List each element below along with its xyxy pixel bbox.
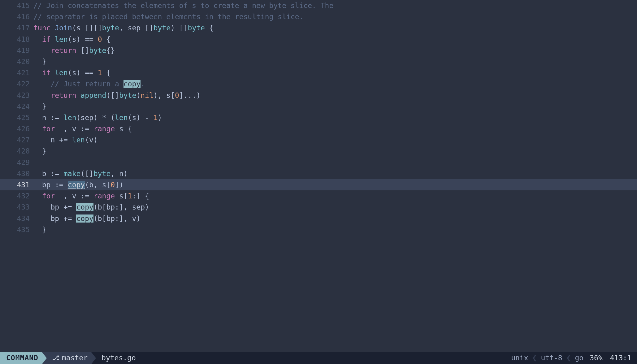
code-content[interactable]: bp += copy(b[bp:], v) <box>33 213 637 224</box>
line-number: 423 <box>0 90 33 101</box>
code-line[interactable]: 422 // Just return a copy. <box>0 78 637 89</box>
fileformat-label: unix <box>509 352 531 363</box>
code-line[interactable]: 423 return append([]byte(nil), s[0]...) <box>0 90 637 101</box>
search-highlight: copy <box>68 181 85 189</box>
line-number: 419 <box>0 45 33 56</box>
code-line[interactable]: 416// separator is placed between elemen… <box>0 11 637 22</box>
code-content[interactable]: bp := copy(b, s[0]) <box>33 179 637 190</box>
line-number: 432 <box>0 190 33 202</box>
line-number: 422 <box>0 78 33 89</box>
mode-label: COMMAND <box>6 352 38 363</box>
code-content[interactable]: return append([]byte(nil), s[0]...) <box>33 90 637 101</box>
line-number: 417 <box>0 22 33 33</box>
line-number: 434 <box>0 213 33 224</box>
filename-label: bytes.go <box>102 352 136 363</box>
code-line[interactable]: 429 <box>0 157 637 168</box>
filetype-label: go <box>573 352 586 363</box>
branch-name: master <box>62 352 88 363</box>
separator-icon <box>42 352 47 364</box>
filename-segment: bytes.go <box>96 352 140 364</box>
status-line: COMMAND ⎇ master bytes.go unix ❮ utf-8 ❮… <box>0 352 637 364</box>
line-number: 433 <box>0 202 33 213</box>
encoding-label: utf-8 <box>538 352 565 363</box>
line-number: 427 <box>0 134 33 145</box>
code-line[interactable]: 419 return []byte{} <box>0 45 637 56</box>
code-line[interactable]: 434 bp += copy(b[bp:], v) <box>0 213 637 224</box>
code-line[interactable]: 428 } <box>0 145 637 157</box>
code-line[interactable]: 421 if len(s) == 1 { <box>0 67 637 78</box>
percent-label: 36% <box>586 352 606 363</box>
line-number: 415 <box>0 0 33 11</box>
line-number: 429 <box>0 157 33 168</box>
code-line[interactable]: 432 for _, v := range s[1:] { <box>0 190 637 202</box>
code-line[interactable]: 431 bp := copy(b, s[0]) <box>0 179 637 190</box>
code-content[interactable]: } <box>33 56 637 67</box>
search-highlight: copy <box>76 214 93 223</box>
code-content[interactable]: if len(s) == 1 { <box>33 67 637 78</box>
line-number: 430 <box>0 168 33 179</box>
code-content[interactable]: } <box>33 224 637 235</box>
code-content[interactable]: b := make([]byte, n) <box>33 168 637 179</box>
line-number: 435 <box>0 224 33 235</box>
code-line[interactable]: 426 for _, v := range s { <box>0 123 637 134</box>
code-content[interactable]: if len(s) == 0 { <box>33 34 637 45</box>
code-line[interactable]: 424 } <box>0 101 637 112</box>
code-line[interactable]: 415// Join concatenates the elements of … <box>0 0 637 11</box>
code-content[interactable]: // Join concatenates the elements of s t… <box>33 0 637 11</box>
code-line[interactable]: 433 bp += copy(b[bp:], sep) <box>0 202 637 213</box>
code-line[interactable]: 435 } <box>0 224 637 235</box>
code-line[interactable]: 430 b := make([]byte, n) <box>0 168 637 179</box>
mode-segment: COMMAND <box>0 352 42 364</box>
line-number: 426 <box>0 123 33 134</box>
code-line[interactable]: 425 n := len(sep) * (len(s) - 1) <box>0 112 637 123</box>
code-line[interactable]: 418 if len(s) == 0 { <box>0 34 637 45</box>
line-number: 420 <box>0 56 33 67</box>
search-highlight: copy <box>124 80 141 88</box>
line-number: 431 <box>0 179 33 190</box>
branch-segment: ⎇ master <box>47 352 91 364</box>
code-content[interactable]: n += len(v) <box>33 134 637 145</box>
branch-icon: ⎇ <box>52 352 62 363</box>
code-content[interactable]: // separator is placed between elements … <box>33 11 637 22</box>
line-number: 418 <box>0 34 33 45</box>
code-content[interactable]: func Join(s [][]byte, sep []byte) []byte… <box>33 22 637 33</box>
separator-icon: ❮ <box>565 352 573 363</box>
position-label: 413:1 <box>606 352 637 363</box>
code-line[interactable]: 417func Join(s [][]byte, sep []byte) []b… <box>0 22 637 33</box>
code-content[interactable]: return []byte{} <box>33 45 637 56</box>
code-content[interactable]: for _, v := range s[1:] { <box>33 190 637 202</box>
code-content[interactable]: // Just return a copy. <box>33 78 637 89</box>
code-line[interactable]: 420 } <box>0 56 637 67</box>
code-editor[interactable]: 415// Join concatenates the elements of … <box>0 0 637 352</box>
line-number: 425 <box>0 112 33 123</box>
code-content[interactable]: for _, v := range s { <box>33 123 637 134</box>
code-content[interactable]: } <box>33 145 637 157</box>
code-line[interactable]: 427 n += len(v) <box>0 134 637 145</box>
separator-icon <box>91 352 96 364</box>
line-number: 421 <box>0 67 33 78</box>
separator-icon: ❮ <box>531 352 539 363</box>
code-content[interactable]: n := len(sep) * (len(s) - 1) <box>33 112 637 123</box>
code-content[interactable]: } <box>33 101 637 112</box>
line-number: 428 <box>0 145 33 157</box>
line-number: 424 <box>0 101 33 112</box>
search-highlight: copy <box>76 203 93 211</box>
line-number: 416 <box>0 11 33 22</box>
code-content[interactable]: bp += copy(b[bp:], sep) <box>33 202 637 213</box>
